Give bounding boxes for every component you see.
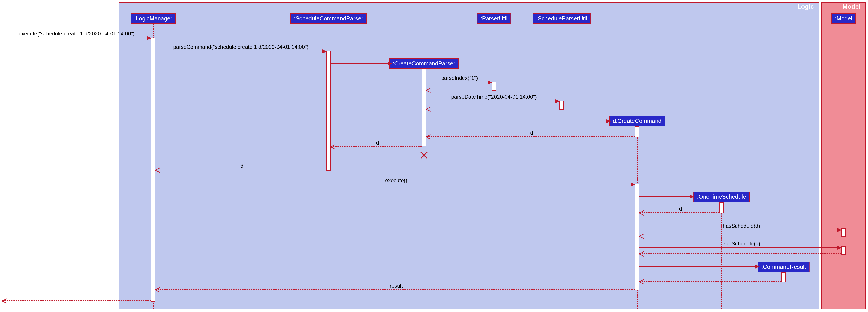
msg-parse-datetime — [426, 101, 559, 101]
return-result — [155, 289, 635, 290]
msg-execute2 — [155, 184, 635, 184]
msg-create-command-result — [639, 266, 759, 267]
msg-add-schedule-label: addSchedule(d) — [722, 241, 760, 247]
msg-create-create-command-parser — [331, 63, 392, 64]
frame-logic-label: Logic — [792, 3, 819, 11]
msg-parse-datetime-label: parseDateTime("2020-04-01 14:00") — [451, 94, 537, 100]
lifeline-schedule-parser-util — [562, 24, 562, 309]
activation-schedule-command-parser — [326, 51, 331, 171]
participant-create-command-parser: :CreateCommandParser — [389, 58, 459, 69]
activation-parser-util — [492, 82, 496, 91]
activation-create-command-parser — [422, 69, 426, 146]
return-has-schedule — [639, 236, 841, 236]
return-add-schedule — [639, 253, 841, 254]
participant-command-result: :CommandResult — [758, 262, 810, 272]
destroy-create-command-parser — [420, 151, 429, 160]
return-command-result — [639, 281, 781, 282]
return-scp-to-lm-d — [155, 170, 326, 170]
msg-execute-label: execute("schedule create 1 d/2020-04-01 … — [19, 31, 135, 37]
frame-model-label: Model — [838, 3, 865, 11]
participant-schedule-command-parser: :ScheduleCommandParser — [290, 13, 367, 24]
return-onetimeschedule-d-label: d — [679, 206, 682, 212]
participant-model: :Model — [831, 13, 856, 24]
activation-schedule-parser-util — [559, 101, 564, 110]
lifeline-parser-util — [494, 24, 494, 309]
activation-logic-manager — [151, 38, 155, 302]
return-scp-to-lm-d-label: d — [241, 163, 243, 169]
msg-parse-index — [426, 82, 492, 82]
msg-execute2-label: execute() — [385, 177, 407, 184]
participant-logic-manager: :LogicManager — [130, 13, 176, 24]
activation-model-2 — [841, 246, 846, 254]
participant-parser-util: :ParserUtil — [477, 13, 511, 24]
return-external — [2, 301, 151, 301]
msg-has-schedule — [639, 230, 841, 230]
msg-parse-index-label: parseIndex("1") — [441, 75, 478, 81]
return-ccp-to-scp-d-label: d — [376, 140, 379, 146]
msg-parse-command — [155, 51, 326, 51]
msg-create-onetimeschedule — [639, 196, 694, 197]
msg-create-create-command — [426, 121, 611, 121]
sequence-diagram: Logic Model :LogicManager :ScheduleComma… — [0, 0, 868, 312]
activation-model-1 — [841, 229, 846, 237]
return-result-label: result — [390, 283, 403, 289]
msg-parse-command-label: parseCommand("schedule create 1 d/2020-0… — [173, 44, 308, 50]
return-parse-index — [426, 90, 492, 90]
lifeline-model — [844, 24, 844, 309]
msg-has-schedule-label: hasSchedule(d) — [723, 223, 760, 229]
return-parse-datetime — [426, 109, 559, 109]
participant-one-time-schedule: :OneTimeSchedule — [693, 192, 750, 202]
lifeline-one-time-schedule — [721, 202, 722, 309]
return-create-command-d — [426, 136, 635, 137]
activation-create-command-2 — [635, 184, 639, 290]
participant-schedule-parser-util: :ScheduleParserUtil — [533, 13, 591, 24]
return-onetimeschedule-d — [639, 212, 719, 213]
msg-add-schedule — [639, 247, 841, 248]
activation-create-command-1 — [635, 127, 639, 137]
return-ccp-to-scp-d — [331, 146, 422, 147]
return-create-command-d-label: d — [530, 130, 533, 136]
participant-create-command: d:CreateCommand — [609, 116, 665, 126]
activation-command-result — [781, 272, 786, 282]
msg-execute — [2, 38, 151, 38]
activation-one-time-schedule — [719, 202, 724, 213]
